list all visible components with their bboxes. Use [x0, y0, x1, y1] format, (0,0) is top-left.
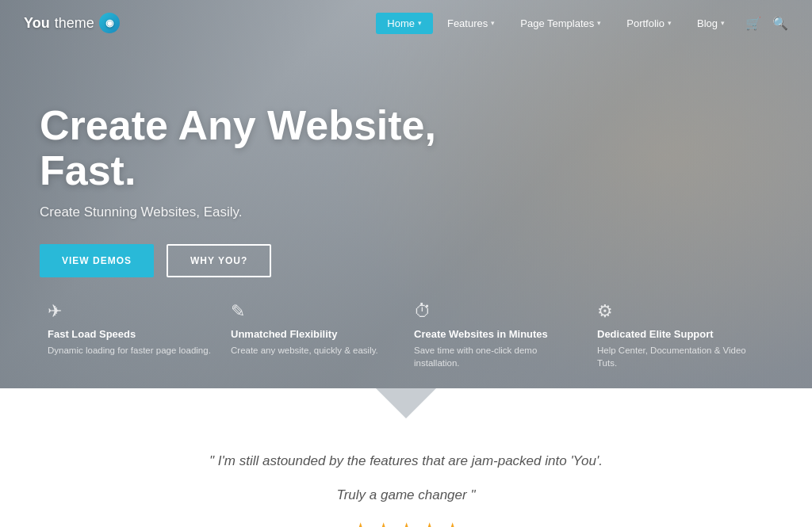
main-nav: Home ▾ Features ▾ Page Templates ▾ Portf… [376, 13, 788, 34]
star-5: ★ [443, 518, 462, 527]
hero-features-bar: ✈ Fast Load Speeds Dynamic loading for f… [0, 282, 812, 388]
feature-minutes: ⏱ Create Websites in Minutes Save time w… [406, 301, 589, 369]
hero-subtitle: Create Stunning Websites, Easily. [40, 204, 772, 220]
chevron-down-icon: ▾ [668, 19, 672, 27]
chevron-down-icon: ▾ [597, 19, 601, 27]
logo-theme-text: theme [55, 15, 94, 32]
star-2: ★ [374, 518, 393, 527]
feature-minutes-title: Create Websites in Minutes [414, 328, 581, 340]
nav-item-home[interactable]: Home ▾ [376, 13, 433, 34]
logo[interactable]: You theme [24, 13, 120, 33]
header: You theme Home ▾ Features ▾ Page Templat… [0, 0, 812, 46]
hero-buttons: VIEW DEMOS WHY YOU? [40, 244, 772, 277]
arrow-divider [0, 388, 812, 418]
feature-support-desc: Help Center, Documentation & Video Tuts. [597, 344, 764, 369]
nav-item-portfolio[interactable]: Portfolio ▾ [615, 13, 683, 34]
globe-icon [99, 13, 120, 33]
feature-support-title: Dedicated Elite Support [597, 328, 764, 340]
feature-fast-load: ✈ Fast Load Speeds Dynamic loading for f… [40, 301, 223, 369]
search-icon[interactable]: 🔍 [772, 16, 788, 31]
arrow-down-shape [376, 388, 436, 418]
chevron-down-icon: ▾ [721, 19, 725, 27]
feature-flexibility-desc: Create any website, quickly & easily. [231, 344, 398, 357]
feature-flexibility-title: Unmatched Flexibility [231, 328, 398, 340]
feature-fast-load-desc: Dynamic loading for faster page loading. [48, 344, 215, 357]
feature-fast-load-title: Fast Load Speeds [48, 328, 215, 340]
star-1: ★ [351, 518, 370, 527]
chevron-down-icon: ▾ [491, 19, 495, 27]
feature-minutes-desc: Save time with one-click demo installati… [414, 344, 581, 369]
nav-utility-icons: 🛒 🔍 [745, 16, 788, 31]
testimonial-section: " I'm still astounded by the features th… [0, 418, 812, 527]
nav-item-features[interactable]: Features ▾ [436, 13, 506, 34]
fast-load-icon: ✈ [48, 301, 215, 322]
feature-flexibility: ✎ Unmatched Flexibility Create any websi… [223, 301, 406, 369]
star-4: ★ [420, 518, 439, 527]
view-demos-button[interactable]: VIEW DEMOS [40, 244, 154, 277]
nav-item-page-templates[interactable]: Page Templates ▾ [509, 13, 612, 34]
support-icon: ⚙ [597, 301, 764, 322]
logo-you-text: You [24, 15, 50, 32]
flexibility-icon: ✎ [231, 301, 398, 322]
minutes-icon: ⏱ [414, 301, 581, 322]
testimonial-line1: " I'm still astounded by the features th… [16, 450, 796, 472]
nav-item-blog[interactable]: Blog ▾ [686, 13, 736, 34]
cart-icon[interactable]: 🛒 [745, 16, 761, 31]
hero-title: Create Any Website, Fast. [40, 103, 452, 193]
testimonial-line2: Truly a game changer " [16, 484, 796, 506]
hero-section: Create Any Website, Fast. Create Stunnin… [0, 0, 812, 388]
chevron-down-icon: ▾ [418, 19, 422, 27]
star-3: ★ [397, 518, 416, 527]
why-you-button[interactable]: WHY YOU? [167, 244, 271, 277]
star-rating: ★ ★ ★ ★ ★ [16, 518, 796, 527]
feature-support: ⚙ Dedicated Elite Support Help Center, D… [589, 301, 772, 369]
